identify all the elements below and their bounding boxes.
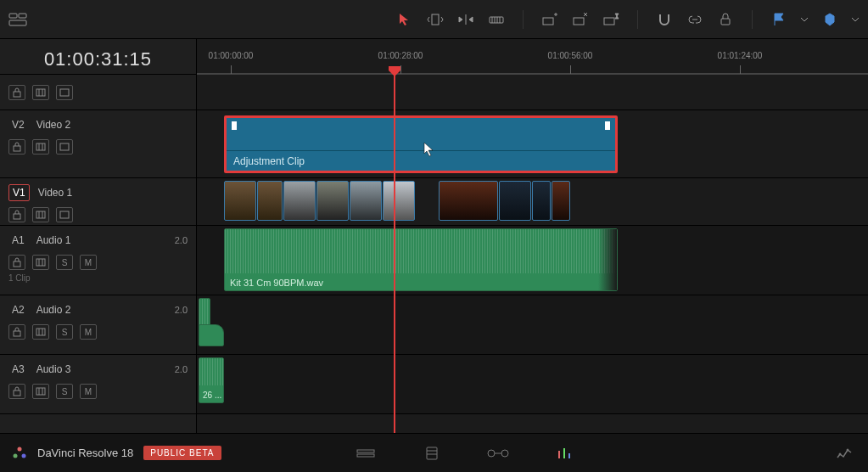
video-clip[interactable] xyxy=(552,181,570,221)
video-clip[interactable] xyxy=(224,181,256,221)
lock-track-icon[interactable] xyxy=(8,324,25,340)
playhead-line[interactable] xyxy=(394,75,395,433)
svg-rect-24 xyxy=(14,214,20,219)
track-name-v1[interactable]: Video 1 xyxy=(38,187,72,199)
track-tag-a2[interactable]: A2 xyxy=(8,302,28,317)
track-name-a3[interactable]: Audio 3 xyxy=(36,363,71,375)
svg-rect-23 xyxy=(60,143,69,150)
marker-dropdown-chevron-icon[interactable] xyxy=(851,10,860,29)
track-headers-panel: 01:00:31:15 V2 Video 2 xyxy=(0,39,197,433)
track-name-a2[interactable]: Audio 2 xyxy=(36,304,71,316)
video-clip[interactable] xyxy=(283,181,316,221)
lock-track-icon[interactable] xyxy=(8,384,25,399)
clip-out-handle[interactable] xyxy=(605,121,610,130)
lock-track-icon[interactable] xyxy=(8,85,25,100)
flag-icon[interactable] xyxy=(770,10,788,29)
timeline-track-a3[interactable]: 26 ... xyxy=(197,355,868,414)
overwrite-clip-icon[interactable] xyxy=(571,10,590,29)
track-visibility-icon[interactable] xyxy=(56,207,73,222)
mute-button[interactable]: M xyxy=(80,384,97,399)
auto-select-icon[interactable] xyxy=(32,324,49,340)
auto-select-icon[interactable] xyxy=(32,384,49,399)
mute-button[interactable]: M xyxy=(80,324,97,340)
timeline-track-v2[interactable]: Adjustment Clip xyxy=(197,110,868,178)
svg-rect-30 xyxy=(36,259,45,266)
snapping-magnet-icon[interactable] xyxy=(655,10,674,29)
svg-rect-3 xyxy=(432,14,439,25)
svg-rect-12 xyxy=(604,18,614,25)
mute-button[interactable]: M xyxy=(80,255,97,270)
track-header-v2[interactable]: V2 Video 2 xyxy=(0,110,196,178)
track-tag-a1[interactable]: A1 xyxy=(8,233,28,248)
auto-select-icon[interactable] xyxy=(32,255,49,270)
timeline-area[interactable]: 01:00:00:00 01:00:28:00 01:00:56:00 01:0… xyxy=(197,39,868,433)
trim-edit-tool-icon[interactable] xyxy=(426,10,445,29)
svg-rect-1 xyxy=(19,14,26,18)
video-clip[interactable] xyxy=(316,181,349,221)
lock-track-icon[interactable] xyxy=(8,255,25,270)
edit-page-icon[interactable] xyxy=(420,445,444,462)
track-header-a2[interactable]: A2 Audio 2 2.0 S M xyxy=(0,295,196,355)
auto-select-icon[interactable] xyxy=(32,207,49,222)
flag-dropdown-chevron-icon[interactable] xyxy=(800,10,809,29)
timeline-ruler[interactable]: 01:00:00:00 01:00:28:00 01:00:56:00 01:0… xyxy=(197,39,868,75)
track-gain-a1[interactable]: 2.0 xyxy=(175,235,188,245)
video-clip[interactable] xyxy=(383,181,415,221)
linked-selection-icon[interactable] xyxy=(686,10,704,29)
dynamic-trim-tool-icon[interactable] xyxy=(456,10,475,29)
audio-clip[interactable] xyxy=(199,324,224,346)
clip-in-handle[interactable] xyxy=(232,121,237,130)
svg-rect-38 xyxy=(36,388,45,395)
video-clip[interactable] xyxy=(499,181,531,221)
auto-select-icon[interactable] xyxy=(32,139,49,155)
svg-point-42 xyxy=(14,453,18,458)
insert-clip-icon[interactable] xyxy=(540,10,559,29)
svg-rect-10 xyxy=(543,18,553,25)
timeline-timecode[interactable]: 01:00:31:15 xyxy=(0,39,196,75)
track-gain-a2[interactable]: 2.0 xyxy=(175,305,188,315)
audio-clip[interactable]: Kit 31 Cm 90BPM.wav xyxy=(224,228,618,291)
track-name-a1[interactable]: Audio 1 xyxy=(36,234,71,246)
track-header-a3[interactable]: A3 Audio 3 2.0 S M xyxy=(0,355,196,414)
lock-track-icon[interactable] xyxy=(8,139,25,155)
track-name-v2[interactable]: Video 2 xyxy=(36,119,70,131)
audio-clip[interactable]: 26 ... xyxy=(199,357,224,403)
track-visibility-icon[interactable] xyxy=(56,139,73,155)
video-clip[interactable] xyxy=(257,181,283,221)
position-lock-icon[interactable] xyxy=(716,10,735,29)
video-clip[interactable] xyxy=(439,181,498,221)
video-clip[interactable] xyxy=(532,181,551,221)
timeline-view-options-icon[interactable] xyxy=(8,10,27,29)
track-tag-v1[interactable]: V1 xyxy=(8,184,30,201)
audio-clip-label: Kit 31 Cm 90BPM.wav xyxy=(230,278,323,288)
marker-icon[interactable] xyxy=(820,10,839,29)
replace-clip-icon[interactable] xyxy=(602,10,620,29)
selection-tool-arrow-icon[interactable] xyxy=(395,10,414,29)
cut-page-icon[interactable] xyxy=(354,445,378,462)
svg-rect-44 xyxy=(357,450,374,452)
timeline-track-a1[interactable]: Kit 31 Cm 90BPM.wav xyxy=(197,226,868,295)
svg-rect-34 xyxy=(36,329,45,335)
davinci-logo-icon xyxy=(12,446,27,461)
track-gain-a3[interactable]: 2.0 xyxy=(175,364,188,374)
auto-select-icon[interactable] xyxy=(32,85,49,100)
track-tag-a3[interactable]: A3 xyxy=(8,362,28,377)
track-header-v1[interactable]: V1 Video 1 xyxy=(0,178,196,226)
solo-button[interactable]: S xyxy=(56,255,73,270)
lock-track-icon[interactable] xyxy=(8,207,25,222)
svg-rect-28 xyxy=(60,211,69,218)
solo-button[interactable]: S xyxy=(56,384,73,399)
adjustment-clip[interactable]: Adjustment Clip xyxy=(224,115,618,173)
color-page-icon[interactable] xyxy=(552,445,576,462)
track-visibility-icon[interactable] xyxy=(56,85,73,100)
blade-tool-icon[interactable] xyxy=(487,10,506,29)
fairlight-page-icon[interactable] xyxy=(832,445,856,462)
fusion-page-icon[interactable] xyxy=(486,445,510,462)
timeline-track-v1[interactable] xyxy=(197,178,868,226)
video-clip[interactable] xyxy=(350,181,382,221)
solo-button[interactable]: S xyxy=(56,324,73,340)
track-tag-v2[interactable]: V2 xyxy=(8,117,28,132)
timeline-track-pad xyxy=(197,75,868,110)
timeline-track-a2[interactable] xyxy=(197,295,868,355)
track-header-a1[interactable]: A1 Audio 1 2.0 S M 1 Clip xyxy=(0,226,196,295)
